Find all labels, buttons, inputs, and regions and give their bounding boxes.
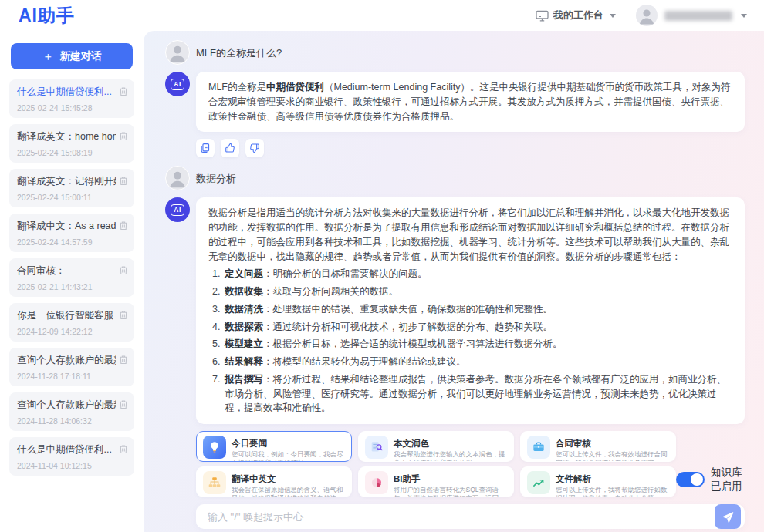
thumbs-down-button[interactable] bbox=[245, 139, 264, 157]
toggle-on-icon[interactable] bbox=[676, 472, 705, 487]
hierarchy-icon bbox=[203, 471, 226, 494]
user-message-row: MLF的全称是什么? bbox=[165, 40, 745, 65]
step-text: ：获取与分析问题相关的数据。 bbox=[263, 286, 398, 297]
analysis-step: 数据探索：通过统计分析和可视化技术，初步了解数据的分布、趋势和关联。 bbox=[223, 320, 732, 335]
sidebar-footer-divider bbox=[0, 520, 144, 532]
card-desc: 将用户的自然语言转化为SQL查询语句，并直接与数据库进行交互，返回智能推荐的图表… bbox=[394, 486, 507, 497]
card-title: 翻译中英文 bbox=[232, 474, 276, 483]
monitor-icon bbox=[536, 10, 549, 22]
conversation-title: 翻译成中文：As a reader... bbox=[17, 220, 116, 233]
trash-icon[interactable] bbox=[119, 444, 128, 454]
trash-icon[interactable] bbox=[119, 131, 128, 141]
conversation-item[interactable]: 翻译成英文：记得刚开始... 2025-02-24 15:00:11 bbox=[9, 169, 134, 207]
analysis-intro: 数据分析是指用适当的统计分析方法对收集来的大量数据进行分析，将它们加以汇总和理解… bbox=[208, 206, 732, 264]
analysis-step: 定义问题：明确分析的目标和需要解决的问题。 bbox=[223, 267, 732, 281]
conversation-item[interactable]: 翻译成中文：As a reader... 2025-02-24 14:57:59 bbox=[9, 214, 134, 252]
pie-chart-icon bbox=[365, 471, 388, 494]
knowledge-base-toggle-area[interactable]: 知识库已启用 bbox=[676, 466, 745, 493]
analysis-step: 数据收集：获取与分析问题相关的数据。 bbox=[223, 285, 732, 299]
user-avatar bbox=[165, 166, 190, 190]
card-body: BI助手 将用户的自然语言转化为SQL查询语句，并直接与数据库进行交互，返回智能… bbox=[394, 471, 507, 497]
card-body: 合同审核 您可以上传文件，我会有效地进行合同审核，确保合同满足您的业务需求。 bbox=[556, 436, 669, 462]
card-desc: 您可以上传文件，我会有效地进行合同审核，确保合同满足您的业务需求。 bbox=[556, 450, 669, 462]
trend-chart-icon bbox=[527, 471, 550, 494]
step-label: 数据收集 bbox=[225, 286, 263, 297]
composer-bar bbox=[196, 504, 745, 529]
user-message-text: 数据分析 bbox=[196, 166, 236, 186]
conversation-item[interactable]: 什么是中期借贷便利... 2024-11-04 10:12:15 bbox=[9, 437, 134, 476]
new-chat-button[interactable]: ＋ 新建对话 bbox=[11, 43, 133, 69]
knowledge-base-label: 知识库已启用 bbox=[711, 466, 745, 493]
copy-button[interactable] bbox=[196, 139, 215, 157]
app-window: AI助手 我的工作台 ＋ 新建对话 什么是中期借贷便利 bbox=[0, 0, 764, 532]
workspace-menu[interactable]: 我的工作台 bbox=[536, 8, 616, 22]
user-message-text: MLF的全称是什么? bbox=[196, 40, 282, 60]
user-menu[interactable] bbox=[636, 5, 747, 26]
conversation-item[interactable]: 你是一位银行智能客服，... 2024-12-09 14:22:12 bbox=[9, 303, 134, 342]
feature-card-today-news[interactable]: 今日要闻 您可以问我，例如：今日要闻，我会尽力提供准确和可靠的答案。 bbox=[196, 431, 352, 462]
conversation-item[interactable]: 查询个人存款账户的最新... 2024-11-28 17:18:11 bbox=[9, 348, 134, 386]
analysis-steps: 定义问题：明确分析的目标和需要解决的问题。 数据收集：获取与分析问题相关的数据。… bbox=[208, 267, 732, 416]
send-button[interactable] bbox=[715, 504, 741, 529]
feature-card-translate[interactable]: 翻译中英文 我会旨在保留原始信息的含义、语气和风格，以确保翻译的准确性和自然流畅… bbox=[196, 466, 352, 497]
conversation-time: 2024-12-09 14:22:12 bbox=[17, 327, 127, 336]
trash-icon[interactable] bbox=[119, 355, 128, 365]
ai-message-bubble: 数据分析是指用适当的统计分析方法对收集来的大量数据进行分析，将它们加以汇总和理解… bbox=[196, 197, 745, 424]
conversation-item[interactable]: 什么是中期借贷便利... 2025-02-24 15:45:28 bbox=[9, 79, 134, 118]
chat-main: MLF的全称是什么? AI MLF的全称是中期借贷便利（Medium-term … bbox=[144, 31, 764, 532]
trash-icon[interactable] bbox=[119, 265, 128, 275]
conversation-item[interactable]: 查询个人存款账户的最新... 2024-11-28 14:06:32 bbox=[9, 392, 134, 431]
app-logo: AI助手 bbox=[19, 4, 75, 28]
ai-badge: AI bbox=[171, 79, 184, 90]
step-text: ：明确分析的目标和需要解决的问题。 bbox=[263, 268, 428, 279]
conversation-title: 翻译成英文：记得刚开始... bbox=[17, 175, 116, 188]
bottom-panel: 今日要闻 您可以问我，例如：今日要闻，我会尽力提供准确和可靠的答案。 本文润色 … bbox=[196, 431, 745, 497]
step-label: 定义问题 bbox=[225, 268, 263, 279]
message-input[interactable] bbox=[208, 511, 715, 523]
analysis-step: 模型建立：根据分析目标，选择合适的统计模型或机器学习算法进行数据分析。 bbox=[223, 337, 732, 352]
answer-bold-term: 中期借贷便利 bbox=[266, 82, 324, 93]
feature-card-contract-review[interactable]: 合同审核 您可以上传文件，我会有效地进行合同审核，确保合同满足您的业务需求。 bbox=[520, 431, 676, 462]
step-label: 结果解释 bbox=[225, 356, 263, 367]
card-title: 文件解析 bbox=[556, 474, 591, 483]
lightbulb-icon bbox=[203, 436, 226, 459]
trash-icon[interactable] bbox=[119, 176, 128, 186]
feature-card-bi-assistant[interactable]: BI助手 将用户的自然语言转化为SQL查询语句，并直接与数据库进行交互，返回智能… bbox=[358, 466, 514, 497]
analysis-step: 数据清洗：处理数据中的错误、重复或缺失值，确保数据的准确性和完整性。 bbox=[223, 302, 732, 317]
conversation-item[interactable]: 合同审核： 2025-02-21 14:43:21 bbox=[9, 258, 134, 297]
conversation-title: 查询个人存款账户的最新... bbox=[17, 354, 116, 367]
conversation-time: 2024-11-28 17:18:11 bbox=[17, 372, 127, 381]
step-text: ：将模型的结果转化为易于理解的结论或建议。 bbox=[263, 356, 466, 367]
ai-avatar: AI bbox=[165, 72, 190, 96]
answer-text: MLF的全称是 bbox=[208, 82, 266, 93]
card-desc: 您可以上传文件，我将帮助您进行如数据处理、信息检索、自动化办公等。 bbox=[556, 486, 669, 497]
trash-icon[interactable] bbox=[119, 86, 128, 96]
feature-card-text-polish[interactable]: 本文润色 我会帮助您进行您输入的文本润色，提高文本的流畅度和表达效果。 bbox=[358, 431, 514, 462]
trash-icon[interactable] bbox=[119, 399, 128, 409]
trash-icon[interactable] bbox=[119, 310, 128, 320]
sidebar: ＋ 新建对话 什么是中期借贷便利... 2025-02-24 15:45:28 … bbox=[0, 31, 144, 532]
conversation-title: 你是一位银行智能客服，... bbox=[17, 309, 116, 322]
thumbs-up-button[interactable] bbox=[221, 139, 239, 157]
chevron-down-icon bbox=[741, 14, 747, 18]
card-title: 合同审核 bbox=[556, 439, 591, 448]
workspace-label: 我的工作台 bbox=[553, 8, 603, 22]
trash-icon[interactable] bbox=[119, 221, 128, 231]
briefcase-icon bbox=[527, 436, 550, 459]
step-label: 数据清洗 bbox=[225, 304, 263, 315]
ai-message-bubble: MLF的全称是中期借贷便利（Medium-term Lending Facili… bbox=[196, 72, 745, 132]
new-chat-label: 新建对话 bbox=[60, 49, 102, 63]
feature-card-file-parse[interactable]: 文件解析 您可以上传文件，我将帮助您进行如数据处理、信息检索、自动化办公等。 bbox=[520, 466, 676, 497]
step-text: ：通过统计分析和可视化技术，初步了解数据的分布、趋势和关联。 bbox=[263, 322, 553, 332]
top-header: AI助手 我的工作台 bbox=[0, 0, 764, 31]
step-text: ：处理数据中的错误、重复或缺失值，确保数据的准确性和完整性。 bbox=[263, 304, 553, 315]
conversation-time: 2025-02-24 14:57:59 bbox=[17, 237, 127, 247]
user-avatar bbox=[165, 40, 190, 65]
conversation-title: 查询个人存款账户的最新... bbox=[17, 399, 116, 412]
conversation-title: 合同审核： bbox=[17, 264, 116, 278]
ai-avatar: AI bbox=[165, 197, 190, 222]
conversation-item[interactable]: 翻译成英文：home home 2025-02-24 15:08:19 bbox=[9, 124, 134, 163]
toggle-knob bbox=[691, 473, 703, 486]
conversation-title: 什么是中期借贷便利... bbox=[17, 443, 116, 456]
card-body: 翻译中英文 我会旨在保留原始信息的含义、语气和风格，以确保翻译的准确性和自然流畅… bbox=[232, 471, 345, 497]
